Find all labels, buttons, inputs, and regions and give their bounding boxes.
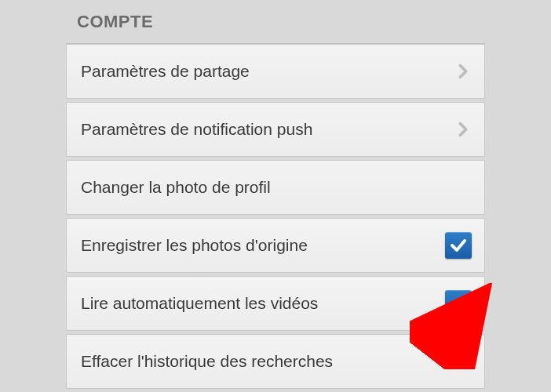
settings-screen: COMPTE Paramètres de partage Paramètres …	[0, 0, 551, 392]
section-title: COMPTE	[77, 12, 153, 32]
row-push-notification-settings[interactable]: Paramètres de notification push	[66, 102, 485, 157]
check-icon	[449, 236, 468, 255]
row-label: Effacer l'historique des recherches	[81, 352, 472, 371]
section-header-compte: COMPTE	[66, 0, 485, 44]
row-change-profile-photo[interactable]: Changer la photo de profil	[66, 160, 485, 215]
row-label: Changer la photo de profil	[81, 178, 472, 197]
chevron-right-icon	[454, 121, 472, 138]
chevron-right-icon	[454, 63, 472, 80]
settings-list: Paramètres de partage Paramètres de noti…	[66, 44, 485, 392]
row-label: Paramètres de notification push	[81, 120, 454, 139]
checkbox-autoplay-videos[interactable]	[445, 290, 472, 317]
row-share-settings[interactable]: Paramètres de partage	[66, 44, 485, 99]
settings-panel: COMPTE Paramètres de partage Paramètres …	[66, 0, 485, 392]
row-label: Enregistrer les photos d'origine	[81, 236, 445, 255]
row-clear-search-history[interactable]: Effacer l'historique des recherches	[66, 334, 485, 389]
row-autoplay-videos[interactable]: Lire automatiquement les vidéos	[66, 276, 485, 331]
row-label: Lire automatiquement les vidéos	[81, 294, 445, 313]
checkbox-save-original-photos[interactable]	[445, 232, 472, 259]
row-label: Paramètres de partage	[81, 62, 454, 81]
row-save-original-photos[interactable]: Enregistrer les photos d'origine	[66, 218, 485, 273]
check-icon	[449, 294, 468, 313]
